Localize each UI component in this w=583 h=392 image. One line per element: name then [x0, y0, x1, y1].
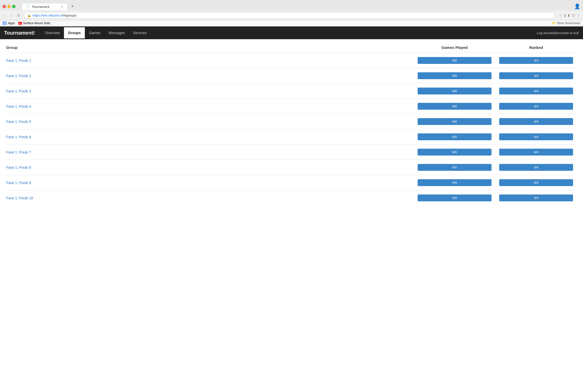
games-played-bar: 6/6 [418, 194, 492, 201]
lock-icon: 🔒 [27, 14, 31, 17]
col-header-games-played: Games Played [414, 45, 495, 50]
ranked-bar: 4/4 [499, 57, 573, 64]
download-icon[interactable]: ⬇ [567, 13, 570, 18]
ranked-bar: 4/4 [499, 179, 573, 186]
group-name-link[interactable]: Fase 1: Poule 6 [6, 135, 414, 139]
ranked-container: 4/4 [495, 57, 577, 64]
table-row: Fase 1: Poule 7 6/6 4/4 [6, 145, 577, 160]
games-played-container: 6/6 [414, 88, 495, 94]
new-tab-button[interactable]: + [69, 3, 76, 10]
url-highlight: https:// [33, 13, 43, 17]
nav-link-games[interactable]: Games [85, 27, 104, 38]
ranked-bar: 4/4 [499, 88, 573, 94]
games-played-bar: 6/6 [418, 179, 492, 186]
nav-link-messages[interactable]: Messages [104, 27, 129, 38]
group-name-link[interactable]: Fase 1: Poule 10 [6, 196, 414, 200]
browser-chrome: 📄 Tournament ✕ + 👤 ‹ › ↻ 🔒 https://live.… [0, 0, 583, 26]
ranked-container: 4/4 [495, 133, 577, 140]
back-button[interactable]: ‹ [3, 13, 7, 18]
group-name-link[interactable]: Fase 1: Poule 1 [6, 59, 414, 63]
group-name-link[interactable]: Fase 1: Poule 4 [6, 104, 414, 108]
youtube-icon: ▶ [18, 22, 22, 25]
games-played-container: 6/6 [414, 72, 495, 79]
table-header-row: Group Games Played Ranked [6, 45, 577, 53]
bookmark-star-icon[interactable]: ☆ [559, 13, 562, 18]
group-name-link[interactable]: Fase 1: Poule 7 [6, 150, 414, 154]
games-played-bar: 6/6 [418, 57, 492, 64]
group-name-link[interactable]: Fase 1: Poule 8 [6, 165, 414, 170]
apps-grid-icon [3, 21, 7, 25]
browser-toolbar: ‹ › ↻ 🔒 https://live.nkkubb.nl/#/groups … [0, 11, 583, 20]
col-header-ranked: Ranked [495, 45, 577, 50]
main-content: Group Games Played Ranked Fase 1: Poule … [0, 39, 583, 212]
tab-close-button[interactable]: ✕ [61, 5, 63, 8]
games-played-container: 6/6 [414, 103, 495, 110]
nav-link-services[interactable]: Services [129, 27, 151, 38]
close-dot[interactable] [3, 5, 6, 8]
games-played-container: 6/6 [414, 149, 495, 156]
ranked-container: 4/4 [495, 179, 577, 186]
table-row: Fase 1: Poule 9 6/6 4/4 [6, 175, 577, 190]
table-row: Fase 1: Poule 2 6/6 4/4 [6, 68, 577, 83]
games-played-container: 6/6 [414, 133, 495, 140]
address-bar[interactable]: 🔒 https://live.nkkubb.nl/#/groups [24, 12, 555, 19]
games-played-container: 6/6 [414, 164, 495, 171]
ranked-container: 4/4 [495, 194, 577, 201]
bookmark-apps[interactable]: Apps [3, 21, 15, 25]
games-played-bar: 6/6 [418, 133, 492, 140]
nav-brand[interactable]: Tournament! [4, 30, 35, 36]
ranked-container: 4/4 [495, 103, 577, 110]
ranked-bar: 4/4 [499, 118, 573, 125]
ranked-container: 4/4 [495, 149, 577, 156]
menu-icon[interactable]: ⋮ [577, 13, 580, 18]
youtube-label: Surface Mount Sold... [23, 21, 52, 25]
group-name-link[interactable]: Fase 1: Poule 2 [6, 74, 414, 78]
ranked-container: 4/4 [495, 164, 577, 171]
table-row: Fase 1: Poule 6 6/6 4/4 [6, 129, 577, 145]
ranked-bar: 4/4 [499, 164, 573, 171]
nav-link-overview[interactable]: Overview [41, 27, 64, 38]
forward-button[interactable]: › [9, 13, 13, 18]
ranked-container: 4/4 [495, 118, 577, 125]
apps-label: Apps [8, 21, 15, 25]
col-header-group: Group [6, 45, 414, 50]
ranked-bar: 4/4 [499, 194, 573, 201]
group-name-link[interactable]: Fase 1: Poule 3 [6, 89, 414, 93]
table-row: Fase 1: Poule 3 6/6 4/4 [6, 83, 577, 99]
games-played-container: 6/6 [414, 57, 495, 64]
maximize-dot[interactable] [12, 5, 16, 8]
url-display: https://live.nkkubb.nl/#/groups [33, 13, 552, 17]
url-domain: live.nkkubb.nl [43, 13, 63, 17]
info-icon[interactable]: ℹ [564, 13, 566, 18]
bookmarks-right[interactable]: 📁 Other Bookmarks [552, 21, 580, 25]
ranked-container: 4/4 [495, 72, 577, 79]
url-path: /#/groups [62, 13, 76, 17]
logout-link[interactable]: Log douwe@avocado.nl out! [537, 31, 579, 35]
games-played-container: 6/6 [414, 118, 495, 125]
ranked-bar: 4/4 [499, 133, 573, 140]
bookmarks-left: Apps ▶ Surface Mount Sold... [3, 21, 52, 25]
ranked-bar: 4/4 [499, 72, 573, 79]
group-name-link[interactable]: Fase 1: Poule 9 [6, 181, 414, 185]
browser-tab-active[interactable]: 📄 Tournament ✕ [22, 3, 68, 10]
nav-link-groups[interactable]: Groups [64, 27, 85, 38]
folder-icon: 📁 [552, 21, 556, 25]
table-body: Fase 1: Poule 1 6/6 4/4 Fase 1: Poule 2 … [6, 53, 577, 205]
refresh-button[interactable]: ↻ [16, 13, 22, 18]
group-name-link[interactable]: Fase 1: Poule 5 [6, 120, 414, 124]
games-played-container: 6/6 [414, 194, 495, 201]
ranked-bar: 4/4 [499, 103, 573, 110]
bookmark-youtube[interactable]: ▶ Surface Mount Sold... [18, 21, 52, 25]
games-played-bar: 6/6 [418, 72, 492, 79]
games-played-bar: 6/6 [418, 149, 492, 156]
shield-icon[interactable]: 🛡 [572, 13, 575, 18]
tab-title: Tournament [32, 5, 49, 9]
games-played-bar: 6/6 [418, 164, 492, 171]
account-icon[interactable]: 👤 [574, 3, 580, 9]
games-played-container: 6/6 [414, 179, 495, 186]
toolbar-right-buttons: ℹ ⬇ 🛡 ⋮ [564, 13, 580, 18]
table-row: Fase 1: Poule 5 6/6 4/4 [6, 114, 577, 129]
browser-titlebar: 📄 Tournament ✕ + 👤 [0, 0, 583, 11]
groups-table: Group Games Played Ranked Fase 1: Poule … [6, 45, 577, 205]
minimize-dot[interactable] [7, 5, 11, 8]
